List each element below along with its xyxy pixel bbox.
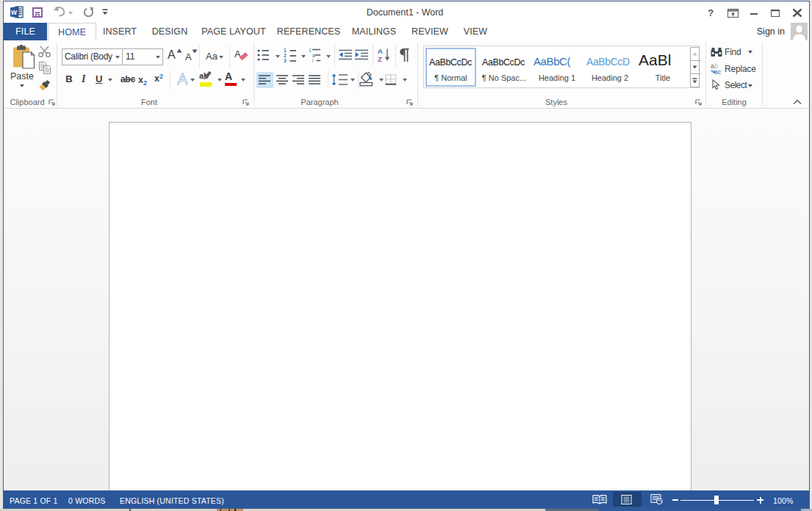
svg-text:2: 2 [284, 53, 287, 58]
svg-text:A: A [378, 47, 383, 55]
svg-text:1: 1 [284, 48, 287, 53]
svg-text:a: a [312, 53, 315, 58]
svg-text:Z: Z [378, 55, 382, 62]
svg-text:3: 3 [284, 58, 287, 62]
svg-text:i: i [312, 58, 313, 62]
svg-text:ac: ac [714, 68, 722, 75]
svg-text:W: W [11, 9, 18, 16]
svg-text:1: 1 [309, 48, 312, 53]
